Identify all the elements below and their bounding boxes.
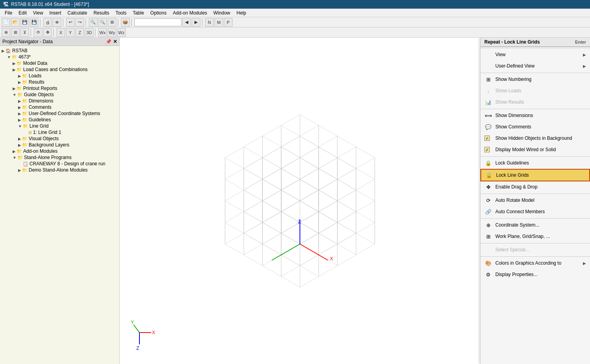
tree-item-addon-modules[interactable]: ▶📁Add-on Modules — [0, 148, 119, 154]
menu-item-options[interactable]: Options — [147, 9, 170, 16]
ctx-item-auto-rotate[interactable]: ⟳Auto Rotate Model — [480, 195, 590, 206]
tb-preview[interactable]: 👁 — [53, 18, 61, 27]
tree-item-rstab[interactable]: ▶🏠RSTAB — [0, 48, 119, 54]
ctx-item-view[interactable]: View▶ — [480, 49, 590, 60]
ctx-item-show-comments[interactable]: 💬Show Comments — [480, 121, 590, 133]
tree-item-background-layers[interactable]: ▶📁Background Layers — [0, 142, 119, 148]
tree-label: 4673* — [18, 54, 31, 60]
ctx-item-display-model[interactable]: ✓Display Model Wired or Solid — [480, 144, 590, 155]
tb-zoom-all[interactable]: ⊞ — [108, 18, 116, 27]
tb-print[interactable]: 🖨 — [43, 18, 52, 27]
tb-undo[interactable]: ↩ — [66, 18, 75, 27]
menu-item-window[interactable]: Window — [210, 9, 233, 16]
tree-item-loads[interactable]: ▶📁Loads — [0, 73, 119, 79]
tb-select[interactable]: 📦 — [121, 18, 130, 27]
ctx-item-auto-connect[interactable]: 🔗Auto Connect Members — [480, 206, 590, 218]
tree-expand-arrow: ▶ — [18, 143, 21, 147]
pin-icon[interactable]: 📌 — [106, 39, 112, 44]
tree-expand-arrow: ▼ — [7, 55, 11, 59]
ctx-item-display-properties[interactable]: ⚙Display Properties... — [480, 269, 590, 280]
tree-item-guide-objects[interactable]: ▼📁Guide Objects — [0, 91, 119, 98]
ctx-item-work-plane[interactable]: ⊞Work Plane, Grid/Snap, ... — [480, 231, 590, 242]
ctx-arrow-view: ▶ — [583, 53, 586, 57]
ctx-item-lock-guidelines[interactable]: 🔒Lock Guidelines — [480, 157, 590, 169]
tb-save2[interactable]: 💾 — [30, 18, 38, 27]
ctx-icon-show-loads: ↓ — [484, 87, 492, 95]
tb-node[interactable]: N — [205, 18, 214, 27]
tree-item-line-grid-1[interactable]: ⊞1: Line Grid 1 — [0, 129, 119, 135]
tree-icon: 📁 — [16, 86, 22, 91]
tb2-wx[interactable]: Wx — [98, 28, 107, 37]
tb-next-case[interactable]: ▶ — [192, 18, 200, 27]
tree-item-comments[interactable]: ▶📁Comments — [0, 104, 119, 110]
menu-item-tools[interactable]: Tools — [112, 9, 130, 16]
ctx-item-show-dimensions[interactable]: ⟺Show Dimensions — [480, 110, 590, 121]
tree-icon: 🏠 — [5, 48, 11, 53]
tb-zoom-in[interactable]: 🔍 — [89, 18, 97, 27]
menu-item-edit[interactable]: Edit — [15, 9, 30, 16]
ctx-icon-symbol-show-results: 📊 — [485, 99, 491, 105]
tb2-view3[interactable]: Z — [75, 28, 84, 37]
tree-item-visual-objects[interactable]: ▶📁Visual Objects — [0, 135, 119, 142]
ctx-item-colors-graphics[interactable]: 🎨Colors in Graphics According to▶ — [480, 258, 590, 269]
tb2-view1[interactable]: X — [57, 28, 65, 37]
tb2-axes[interactable]: ⊻ — [20, 28, 29, 37]
tb2-grid[interactable]: ⊞ — [11, 28, 20, 37]
tb-zoom-out[interactable]: 🔍 — [98, 18, 107, 27]
ctx-arrow-colors-graphics: ▶ — [583, 261, 586, 265]
ctx-item-user-defined-view[interactable]: User-Defined View▶ — [480, 60, 590, 72]
load-case-input[interactable] — [134, 18, 181, 26]
tree-item-user-coord[interactable]: ▶📁User-Defined Coordinate Systems — [0, 110, 119, 117]
ctx-separator — [480, 218, 590, 219]
menu-item-calculate[interactable]: Calculate — [64, 9, 90, 16]
tree-item-line-grid[interactable]: ▼📁Line Grid — [0, 123, 119, 129]
tb-redo[interactable]: ↪ — [75, 18, 84, 27]
ctx-icon-display-model: ✓ — [484, 146, 492, 154]
tb-member[interactable]: M — [214, 18, 223, 27]
menu-item-insert[interactable]: Insert — [46, 9, 64, 16]
tree-item-craneway[interactable]: 📋CRANEWAY 8 - Design of crane run — [0, 161, 119, 167]
menu-item-help[interactable]: Help — [233, 9, 249, 16]
tree-item-dimensions[interactable]: ▶📁Dimensions — [0, 98, 119, 104]
close-panel-icon[interactable]: ✕ — [113, 39, 117, 44]
tb-plate[interactable]: P — [224, 18, 233, 27]
ctx-item-coordinate-system[interactable]: ⊕Coordinate System... — [480, 219, 590, 231]
ctx-item-show-numbering[interactable]: ⊞Show Numbering — [480, 74, 590, 85]
tree-item-model-data[interactable]: ▶📁Model Data — [0, 60, 119, 66]
tb2-rot[interactable]: ⟳ — [34, 28, 42, 37]
menu-item-add-on-modules[interactable]: Add-on Modules — [170, 9, 210, 16]
tb2-view2[interactable]: Y — [66, 28, 75, 37]
tb-prev-case[interactable]: ◀ — [182, 18, 191, 27]
ctx-item-lock-line-grids[interactable]: 🔒Lock Line Grids — [480, 169, 590, 181]
viewport[interactable]: Z Y X Repeat - Lock Line GridsEnterView▶… — [120, 38, 590, 364]
tb-new[interactable]: 📄 — [2, 18, 10, 27]
ctx-item-show-loads[interactable]: ↓Show Loads — [480, 85, 590, 97]
tree-item-standalone[interactable]: ▼📁Stand-Alone Programs — [0, 154, 119, 161]
menu-item-table[interactable]: Table — [130, 9, 147, 16]
tb2-view4[interactable]: 3D — [85, 28, 93, 37]
tb-open[interactable]: 📂 — [11, 18, 20, 27]
tb-save[interactable]: 💾 — [20, 18, 29, 27]
tree-item-load-cases[interactable]: ▶📁Load Cases and Combinations — [0, 66, 119, 73]
tb2-wz[interactable]: Wz — [117, 28, 126, 37]
tree-icon: 📁 — [22, 80, 27, 85]
ctx-item-select-special[interactable]: Select Special... — [480, 244, 590, 256]
tree-item-demo-standalone[interactable]: ▶📁Demo Stand-Alone Modules — [0, 167, 119, 173]
ctx-item-enable-drag[interactable]: ✥Enable Drag & Drop — [480, 181, 590, 193]
panel-header: Project Navigator - Data 📌 ✕ — [0, 38, 119, 46]
tree-item-guidelines[interactable]: ▶📁Guidelines — [0, 117, 119, 123]
tree-container: ▶🏠RSTAB▼📁4673*▶📁Model Data▶📁Load Cases a… — [0, 46, 119, 364]
menu-item-file[interactable]: File — [2, 9, 15, 16]
tb2-move[interactable]: ✥ — [43, 28, 52, 37]
tb2-wy[interactable]: Wy — [108, 28, 116, 37]
tree-item-4673[interactable]: ▼📁4673* — [0, 54, 119, 60]
menu-item-view[interactable]: View — [30, 9, 46, 16]
ctx-item-show-results[interactable]: 📊Show Results — [480, 97, 590, 108]
ctx-icon-work-plane: ⊞ — [484, 232, 492, 240]
ctx-item-show-hidden[interactable]: ✓Show Hidden Objects in Background — [480, 133, 590, 144]
tree-item-results[interactable]: ▶📁Results — [0, 79, 119, 85]
tb2-snap[interactable]: ⊕ — [2, 28, 10, 37]
menu-item-results[interactable]: Results — [90, 9, 112, 16]
tree-item-printout[interactable]: ▶📁Printout Reports — [0, 85, 119, 91]
ctx-repeat-item[interactable]: Repeat - Lock Line GridsEnter — [480, 38, 590, 47]
